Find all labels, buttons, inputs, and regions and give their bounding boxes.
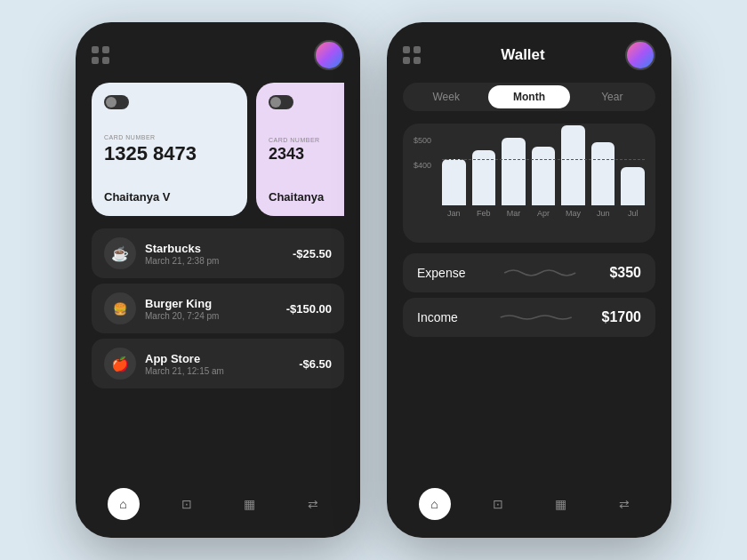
chart-bar-label: Jan	[447, 209, 461, 218]
wallet-title: Wallet	[501, 46, 544, 64]
burgerking-icon: 🍔	[104, 292, 136, 324]
nav-chart-right-button[interactable]: ▦	[545, 488, 577, 520]
chart-bar	[591, 142, 615, 205]
chart-bar-wrap: May	[561, 125, 585, 218]
tab-selector: Week Month Year	[403, 83, 655, 111]
chart-bar-label: Feb	[477, 209, 491, 218]
avatar[interactable]	[314, 40, 344, 70]
transaction-item[interactable]: 🍎 App Store March 21, 12:15 am -$6.50	[92, 339, 344, 388]
tab-year[interactable]: Year	[572, 85, 653, 108]
chart-bar-label: Jul	[628, 209, 639, 218]
nav-cards-right-button[interactable]: ⊡	[482, 488, 514, 520]
card-label-2: CARD NUMBER	[269, 137, 344, 143]
chart-bar	[502, 138, 526, 205]
tx-starbucks-date: March 21, 2:38 pm	[145, 256, 284, 266]
tab-week[interactable]: Week	[406, 85, 486, 108]
card-secondary[interactable]: CARD NUMBER 2343 Chaitanya	[256, 83, 344, 216]
income-wave	[479, 308, 593, 326]
tab-month[interactable]: Month	[488, 85, 569, 108]
tx-bk-amount: -$150.00	[286, 302, 332, 316]
left-header	[92, 40, 344, 70]
expense-row: Expense $350	[403, 253, 655, 292]
chart-icon-right: ▦	[555, 497, 566, 511]
tx-bk-info: Burger King March 20, 7:24 pm	[145, 297, 277, 321]
income-row: Income $1700	[403, 298, 655, 337]
home-icon-right: ⌂	[430, 497, 438, 511]
right-header: Wallet	[403, 40, 655, 70]
tx-starbucks-info: Starbucks March 21, 2:38 pm	[145, 242, 284, 266]
nav-swap-right-button[interactable]: ⇄	[608, 488, 640, 520]
chart-icon: ▦	[244, 497, 255, 511]
tx-app-date: March 21, 12:15 am	[145, 366, 290, 376]
chart-bar	[561, 125, 585, 205]
starbucks-icon: ☕	[104, 237, 136, 269]
transaction-item[interactable]: 🍔 Burger King March 20, 7:24 pm -$150.00	[92, 284, 344, 333]
transaction-item[interactable]: ☕ Starbucks March 21, 2:38 pm -$25.50	[92, 228, 344, 278]
card-name-2: Chaitanya	[269, 190, 344, 204]
chart-bar-wrap: Apr	[532, 147, 556, 218]
chart-bar-label: Jun	[597, 209, 610, 218]
cards-icon: ⊡	[181, 497, 192, 511]
expense-label: Expense	[417, 266, 470, 280]
stats-section: Expense $350 Income $1700	[403, 253, 655, 337]
chart-bar	[532, 147, 556, 205]
card-number-2: 2343	[269, 145, 344, 164]
nav-cards-button[interactable]: ⊡	[171, 488, 203, 520]
nav-home-right-button[interactable]: ⌂	[419, 488, 451, 520]
tx-app-name: App Store	[145, 352, 290, 365]
chart-bars: JanFebMarAprMayJunJul	[414, 136, 645, 234]
tx-starbucks-amount: -$25.50	[293, 247, 332, 260]
expense-value: $350	[609, 265, 641, 281]
right-phone: Wallet Week Month Year $500 $400 JanFebM…	[387, 22, 671, 538]
tx-app-amount: -$6.50	[299, 357, 332, 371]
nav-home-button[interactable]: ⌂	[108, 488, 140, 520]
income-label: Income	[417, 310, 470, 324]
chart-bar	[442, 159, 466, 205]
chart-bar-wrap: Jan	[442, 159, 466, 218]
home-icon: ⌂	[119, 497, 126, 511]
tx-starbucks-name: Starbucks	[145, 242, 284, 255]
chart-bar-label: Apr	[537, 209, 550, 218]
chart-bar	[621, 167, 645, 205]
income-value: $1700	[602, 309, 642, 325]
cards-icon-right: ⊡	[493, 497, 503, 511]
grid-icon-right	[403, 46, 421, 64]
swap-icon-right: ⇄	[619, 497, 630, 511]
card-number-1: 1325 8473	[104, 142, 235, 165]
card-label-1: CARD NUMBER	[104, 134, 235, 140]
expense-wave	[479, 264, 600, 282]
grid-icon	[92, 46, 109, 64]
cards-container: CARD NUMBER 1325 8473 Chaitanya V CARD N…	[92, 83, 344, 216]
transactions-list: ☕ Starbucks March 21, 2:38 pm -$25.50 🍔 …	[92, 228, 344, 472]
left-bottom-nav: ⌂ ⊡ ▦ ⇄	[92, 477, 344, 520]
nav-chart-button[interactable]: ▦	[234, 488, 266, 520]
swap-icon: ⇄	[308, 497, 318, 511]
chart-bar-label: Mar	[507, 209, 521, 218]
card-toggle-1	[104, 95, 129, 109]
right-bottom-nav: ⌂ ⊡ ▦ ⇄	[403, 477, 655, 520]
tx-bk-name: Burger King	[145, 297, 277, 310]
chart-section: $500 $400 JanFebMarAprMayJunJul	[403, 124, 655, 243]
card-primary[interactable]: CARD NUMBER 1325 8473 Chaitanya V	[92, 83, 247, 216]
nav-swap-button[interactable]: ⇄	[297, 488, 329, 520]
tx-app-info: App Store March 21, 12:15 am	[145, 352, 290, 376]
left-phone: CARD NUMBER 1325 8473 Chaitanya V CARD N…	[76, 22, 360, 538]
tx-bk-date: March 20, 7:24 pm	[145, 311, 277, 321]
chart-dashed-line	[442, 159, 645, 160]
card-name-1: Chaitanya V	[104, 190, 235, 204]
chart-bar-wrap: Jun	[591, 142, 615, 218]
card-toggle-2	[269, 95, 293, 109]
chart-bar-label: May	[566, 209, 581, 218]
chart-bar-wrap: Jul	[621, 167, 645, 218]
appstore-icon: 🍎	[104, 348, 136, 380]
avatar-right[interactable]	[625, 40, 655, 70]
chart-bar-wrap: Mar	[502, 138, 526, 218]
chart-bar-wrap: Feb	[472, 150, 496, 218]
